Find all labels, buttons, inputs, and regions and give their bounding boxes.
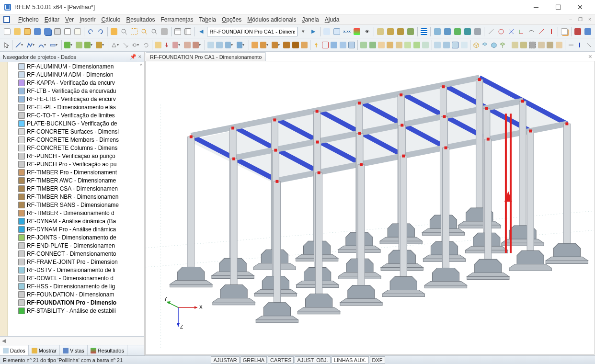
redo-button[interactable] (96, 26, 105, 37)
select-tool-button[interactable] (2, 40, 10, 50)
zoom-window-button[interactable] (120, 26, 129, 37)
tree-item[interactable]: RF-TIMBER AWC - Dimensioname (0, 176, 144, 184)
tree-item[interactable]: RF-TIMBER Pro - Dimensionament (0, 168, 144, 176)
zoom-realtime-button[interactable] (140, 26, 149, 37)
lines-tool-button[interactable] (473, 26, 482, 37)
save-button[interactable] (33, 26, 42, 37)
copy-button[interactable] (560, 26, 569, 37)
menu-editar[interactable]: Editar (42, 15, 62, 24)
tab-mostrar[interactable]: Mostrar (29, 345, 60, 355)
sections-button[interactable] (443, 26, 452, 37)
previous-view-button[interactable] (160, 26, 169, 37)
project-button[interactable] (23, 26, 32, 37)
snap-6-button[interactable] (404, 40, 412, 50)
status-segment-linhasaux[interactable]: LINHAS AUX. (332, 356, 369, 364)
move-copy-button[interactable] (216, 40, 223, 50)
maximize-button[interactable]: ☐ (547, 0, 569, 14)
region-6-button[interactable] (555, 40, 563, 50)
spring-button[interactable] (537, 26, 546, 37)
results-button[interactable]: x.xx (343, 26, 352, 37)
axis-y-button[interactable] (576, 40, 584, 50)
mdi-min-button[interactable]: – (567, 16, 574, 23)
rotate-button[interactable] (142, 40, 150, 50)
window-new-button[interactable] (584, 26, 593, 37)
tree-item[interactable]: RF-ALUMINUM - Dimensionamen (0, 62, 144, 70)
tree-item[interactable]: RF-TIMBER CSA - Dimensionamen (0, 184, 144, 193)
status-segment-ajustar[interactable]: AJUSTAR (211, 356, 239, 364)
line-tool-button[interactable]: ▾ (14, 40, 25, 50)
tree-item[interactable]: RF-DYNAM - Análise dinâmica (Ba (0, 217, 144, 225)
imperfection-button[interactable] (207, 40, 215, 50)
load-solid-button[interactable]: ▾ (192, 40, 203, 50)
nodes-green-button[interactable]: ▾ (64, 40, 74, 50)
snap-2-button[interactable] (368, 40, 376, 50)
nav-left-button[interactable]: ◀ (196, 26, 206, 37)
status-segment-cartes[interactable]: CARTES (268, 356, 294, 364)
menu-opcoes[interactable]: Opções (219, 15, 244, 24)
tree-item[interactable]: RF-CONCRETE Surfaces - Dimensi (0, 127, 144, 136)
render-hidden-button[interactable] (396, 26, 405, 37)
iso-4-button[interactable] (499, 40, 506, 50)
tree-item[interactable]: RF-PUNCH - Verificação ao punço (0, 152, 144, 160)
navigator-pin-button[interactable]: 📌 (130, 54, 137, 60)
viewport[interactable]: RF-FOUNDATION Pro CA1 - Dimensionamento … (145, 52, 595, 355)
numbering-4-button[interactable] (283, 40, 290, 50)
view-1-button[interactable] (443, 40, 450, 50)
support-node-button[interactable]: ▾ (110, 40, 121, 50)
tree-item[interactable]: RF-STABILITY - Análise de estabili (0, 307, 144, 315)
close-button[interactable]: ✕ (569, 0, 591, 14)
mdi-close-button[interactable]: × (586, 16, 593, 23)
solid-tool-button[interactable]: ▾ (95, 40, 106, 50)
tree-item[interactable]: RF-TIMBER NBR - Dimensionamen (0, 193, 144, 201)
tree-item[interactable]: RF-FOUNDATION - Dimensionam (0, 290, 144, 298)
pan-button[interactable] (150, 26, 159, 37)
menu-tabela[interactable]: Tabela (196, 15, 219, 24)
iso-3-button[interactable] (490, 40, 498, 50)
opening-tool-button[interactable]: ▾ (84, 40, 94, 50)
numbering-3-button[interactable]: ▾ (271, 40, 282, 50)
help-button[interactable] (573, 26, 583, 37)
tree-item[interactable]: RF-KAPPA - Verificação da encurv (0, 79, 144, 87)
arc-tool-button[interactable]: ▾ (37, 40, 48, 50)
center-button[interactable] (496, 26, 505, 37)
polyline-tool-button[interactable]: ▾ (26, 40, 36, 50)
undo-button[interactable] (86, 26, 95, 37)
tree-item[interactable]: PLATE-BUCKLING - Verificação de (0, 119, 144, 127)
numbering-1-button[interactable] (251, 40, 258, 50)
iso-1-button[interactable] (472, 40, 480, 50)
region-4-button[interactable] (538, 40, 545, 50)
member-tool-button[interactable]: ▾ (49, 40, 59, 50)
tree-item[interactable]: RF-END-PLATE - Dimensionamen (0, 241, 144, 250)
tree-item[interactable]: RF-FOUNDATION Pro - Dimensio (0, 298, 144, 307)
release-button[interactable] (547, 26, 556, 37)
render-wire-button[interactable] (376, 26, 385, 37)
combo-dropdown-button[interactable]: ▾ (299, 26, 308, 37)
numbering-5-button[interactable] (291, 40, 299, 50)
status-segment-grelha[interactable]: GRELHA (240, 356, 267, 364)
tree-item[interactable]: RF-JOINTS - Dimensionamento de (0, 233, 144, 241)
axes-button[interactable] (516, 26, 526, 37)
grid-button[interactable] (419, 26, 428, 37)
render-solid-button[interactable] (386, 26, 395, 37)
navigator-close-button[interactable]: × (138, 54, 141, 60)
menu-modulos[interactable]: Módulos adicionais (244, 15, 299, 24)
load-node-button[interactable] (163, 40, 171, 50)
menu-ajuda[interactable]: Ajuda (322, 15, 343, 24)
view-2-button[interactable] (451, 40, 459, 50)
menu-calculo[interactable]: Cálculo (98, 15, 123, 24)
module-combo[interactable] (207, 27, 298, 36)
snap-7-button[interactable] (413, 40, 421, 50)
materials-button[interactable] (433, 26, 442, 37)
navigator-tree[interactable]: RF-ALUMINUM - DimensionamenRF-ALUMINUM A… (0, 62, 144, 336)
snap-5-button[interactable] (395, 40, 403, 50)
load-line-button[interactable]: ▾ (172, 40, 183, 50)
filter-side-button[interactable] (348, 40, 355, 50)
print-button[interactable] (53, 26, 62, 37)
mdi-restore-button[interactable]: ❐ (577, 16, 584, 23)
filter-torch-button[interactable] (312, 40, 320, 50)
menu-resultados[interactable]: Resultados (123, 15, 158, 24)
render-trans-button[interactable] (406, 26, 415, 37)
tree-item[interactable]: RF-CONNECT - Dimensionamento (0, 250, 144, 258)
calc-all-button[interactable] (332, 26, 342, 37)
array-button[interactable]: ▾ (236, 40, 247, 50)
